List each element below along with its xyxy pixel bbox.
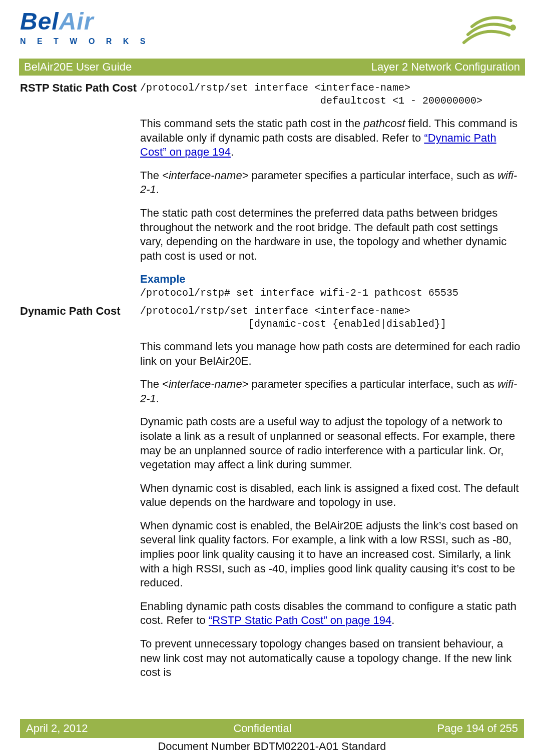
svg-point-0 [510, 25, 516, 31]
param-interface-name: <interface-name> [162, 378, 248, 390]
paragraph: This command sets the static path cost i… [140, 117, 524, 160]
command-syntax: /protocol/rstp/set interface <interface-… [140, 305, 524, 331]
footer-page: Page 194 of 255 [437, 722, 518, 735]
paragraph: Dynamic path costs are a useful way to a… [140, 415, 524, 472]
section-heading-rstp: RSTP Static Path Cost [20, 82, 140, 95]
document-number: Document Number BDTM02201-A01 Standard [0, 740, 544, 753]
term-pathcost: pathcost [363, 117, 405, 130]
section-heading-dynamic: Dynamic Path Cost [20, 305, 140, 318]
paragraph: Enabling dynamic path costs disables the… [140, 599, 524, 628]
paragraph: The static path cost determines the pref… [140, 206, 524, 263]
logo-text-bel: Bel [20, 8, 59, 35]
page-header: BelAir N E T W O R K S [20, 0, 524, 59]
logo-text-air: Air [59, 8, 94, 35]
command-syntax: /protocol/rstp/set interface <interface-… [140, 82, 524, 108]
footer-bar: April 2, 2012 Confidential Page 194 of 2… [20, 719, 524, 738]
footer-confidential: Confidential [233, 722, 291, 735]
paragraph: The <interface-name> parameter specifies… [140, 377, 524, 406]
logo-subtext: N E T W O R K S [20, 37, 150, 46]
link-rstp-static-path-cost[interactable]: “RSTP Static Path Cost” on page 194 [209, 614, 391, 626]
paragraph: To prevent unnecessary topology changes … [140, 637, 524, 680]
chapter-title: Layer 2 Network Configuration [371, 61, 520, 74]
guide-title: BelAir20E User Guide [24, 61, 132, 74]
param-interface-name: <interface-name> [162, 169, 248, 182]
paragraph: The <interface-name> parameter specifies… [140, 169, 524, 197]
paragraph: When dynamic cost is enabled, the BelAir… [140, 519, 524, 590]
footer-date: April 2, 2012 [26, 722, 88, 735]
decorative-waves-icon [454, 8, 524, 55]
example-heading: Example [140, 272, 524, 287]
example-command: /protocol/rstp# set interface wifi-2-1 p… [140, 287, 524, 300]
title-bar: BelAir20E User Guide Layer 2 Network Con… [19, 59, 525, 76]
brand-logo: BelAir N E T W O R K S [20, 8, 150, 46]
paragraph: This command lets you manage how path co… [140, 340, 524, 368]
paragraph: When dynamic cost is disabled, each link… [140, 481, 524, 510]
